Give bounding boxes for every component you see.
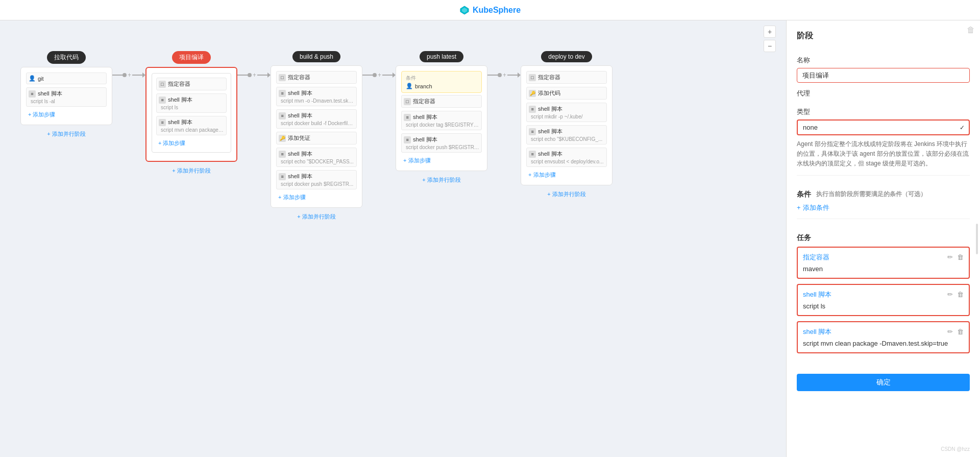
type-select[interactable]: none	[797, 119, 970, 135]
connector-dot-1	[122, 73, 127, 77]
task-header-container-5: □ 指定容器	[529, 74, 604, 81]
condition-content-4: 👤 branch	[406, 83, 477, 89]
add-step-btn-3[interactable]: + 添加步骤	[276, 193, 357, 202]
task-card-value-1: maven	[803, 265, 964, 273]
task-delete-btn-1[interactable]: 🗑	[957, 253, 964, 261]
connector-1: +	[112, 71, 145, 79]
stage-wrapper-3: build & push □ 指定容器 ≡ shell 脚本	[271, 51, 396, 221]
stage-column-1: 拉取代码 👤 git ≡ shell 脚本	[20, 51, 112, 138]
task-item-shell-4b[interactable]: ≡ shell 脚本 script docker push $REGISTRY/…	[401, 133, 482, 153]
task-card-header-3: shell 脚本 ✏ 🗑	[803, 327, 964, 336]
connector-plus-1[interactable]: +	[128, 71, 131, 79]
stage-wrapper-1: 拉取代码 👤 git ≡ shell 脚本	[20, 51, 145, 138]
task-item-shell-1[interactable]: ≡ shell 脚本 script ls -al	[26, 87, 107, 107]
add-parallel-btn-2[interactable]: + 添加并行阶段	[172, 167, 210, 175]
task-header-container-2: □ 指定容器	[159, 80, 224, 88]
shell-icon-2a: ≡	[159, 97, 166, 104]
scroll-indicator	[976, 224, 978, 254]
task-card-actions-3: ✏ 🗑	[947, 328, 964, 335]
container-label-4: 指定容器	[413, 98, 435, 105]
task-edit-btn-1[interactable]: ✏	[947, 253, 953, 261]
shell-script-4b: script docker push $REGISTRY/$...	[404, 145, 479, 150]
task-section-title: 任务	[797, 233, 970, 243]
shell-script-3a: script mvn -o -Dmaven.test.skip=t	[279, 98, 354, 104]
add-parallel-btn-3[interactable]: + 添加并行阶段	[297, 213, 335, 221]
container-icon-3: □	[279, 74, 286, 81]
shell-script-5a: script mkdir -p ~/.kube/	[529, 114, 604, 119]
shell-label-3a: shell 脚本	[288, 89, 312, 97]
task-item-shell-5a[interactable]: ≡ shell 脚本 script mkdir -p ~/.kube/	[526, 103, 607, 122]
task-item-shell-3d[interactable]: ≡ shell 脚本 script docker push $REGISTR..…	[276, 170, 357, 189]
container-label-5: 指定容器	[538, 74, 560, 81]
task-delete-btn-3[interactable]: 🗑	[957, 328, 964, 335]
add-condition-btn[interactable]: + 添加条件	[797, 203, 970, 212]
stage-header-5[interactable]: deploy to dev	[541, 51, 592, 62]
task-item-container-4[interactable]: □ 指定容器	[401, 95, 482, 108]
connector-plus-2[interactable]: +	[253, 71, 256, 79]
task-item-credential-5[interactable]: 🔑 添加代码	[526, 87, 607, 100]
connector-line-4	[487, 75, 498, 76]
connector-line-1	[112, 75, 122, 76]
connector-line-2b	[257, 75, 267, 76]
task-edit-btn-2[interactable]: ✏	[947, 291, 953, 298]
task-item-credential-3[interactable]: 🔑 添加凭证	[276, 132, 357, 145]
zoom-in-btn[interactable]: +	[764, 26, 776, 38]
canvas-toolbar: + −	[764, 26, 776, 52]
panel-delete-btn[interactable]: 🗑	[967, 26, 975, 35]
task-header-shell-4a: ≡ shell 脚本	[404, 113, 479, 121]
stage-header-3[interactable]: build & push	[292, 51, 340, 62]
task-edit-btn-3[interactable]: ✏	[947, 328, 953, 335]
task-item-shell-2a[interactable]: ≡ shell 脚本 script ls	[156, 93, 227, 113]
condition-section-title: 条件 执行当前阶段所需要满足的条件（可选）	[797, 190, 970, 199]
add-parallel-btn-5[interactable]: + 添加并行阶段	[547, 190, 585, 198]
task-header-shell-2b: ≡ shell 脚本	[159, 118, 224, 126]
add-step-btn-5[interactable]: + 添加步骤	[526, 170, 607, 180]
stage-header-2[interactable]: 项目编译	[172, 51, 211, 64]
stage-card-3[interactable]: □ 指定容器 ≡ shell 脚本 script mvn -o -Dmaven.…	[271, 65, 362, 208]
task-card-title-1: 指定容器	[803, 253, 829, 262]
task-header-git: 👤 git	[29, 75, 104, 82]
task-item-container-3[interactable]: □ 指定容器	[276, 71, 357, 84]
task-item-shell-2b[interactable]: ≡ shell 脚本 script mvn clean package -Dma…	[156, 116, 227, 135]
container-icon-5: □	[529, 74, 536, 81]
name-input[interactable]	[797, 68, 970, 83]
stage-card-4[interactable]: 条件 👤 branch □ 指定容器	[396, 65, 487, 171]
add-parallel-btn-1[interactable]: + 添加并行阶段	[47, 130, 85, 138]
task-item-shell-3b[interactable]: ≡ shell 脚本 script docker build -f Docker…	[276, 109, 357, 129]
task-item-git[interactable]: 👤 git	[26, 73, 107, 84]
task-item-shell-5b[interactable]: ≡ shell 脚本 script echo "$KUBECONFIG_...	[526, 125, 607, 145]
shell-script-2a: script ls	[159, 105, 224, 110]
shell-label-4a: shell 脚本	[413, 113, 437, 121]
stage-header-4[interactable]: push latest	[420, 51, 463, 62]
task-item-container-5[interactable]: □ 指定容器	[526, 71, 607, 84]
task-item-shell-3c[interactable]: ≡ shell 脚本 script echo "$DOCKER_PASS...	[276, 148, 357, 167]
condition-title-text: 条件	[797, 190, 811, 199]
task-item-shell-4a[interactable]: ≡ shell 脚本 script docker tag $REGISTRY/$…	[401, 111, 482, 130]
shell-label-2b: shell 脚本	[168, 118, 192, 126]
canvas-area[interactable]: + − 拉取代码 👤 git	[0, 20, 786, 457]
task-item-shell-3a[interactable]: ≡ shell 脚本 script mvn -o -Dmaven.test.sk…	[276, 87, 357, 106]
pipeline-container: 拉取代码 👤 git ≡ shell 脚本	[10, 41, 776, 231]
add-parallel-btn-4[interactable]: + 添加并行阶段	[422, 176, 460, 184]
shell-script-1: script ls -al	[29, 99, 104, 104]
add-step-btn-2[interactable]: + 添加步骤	[156, 138, 227, 148]
add-step-btn-4[interactable]: + 添加步骤	[401, 156, 482, 165]
task-header-shell-3a: ≡ shell 脚本	[279, 89, 354, 97]
task-delete-btn-2[interactable]: 🗑	[957, 291, 964, 298]
confirm-button[interactable]: 确定	[797, 374, 970, 391]
add-step-btn-1[interactable]: + 添加步骤	[26, 110, 107, 119]
stage-header-1[interactable]: 拉取代码	[47, 51, 86, 64]
task-item-container-2[interactable]: □ 指定容器	[156, 78, 227, 90]
stage-card-2[interactable]: □ 指定容器 ≡ shell 脚本 script ls	[145, 67, 237, 162]
connector-plus-4[interactable]: +	[503, 71, 506, 79]
branch-label: branch	[415, 83, 432, 89]
main-area: + − 拉取代码 👤 git	[0, 20, 980, 457]
task-item-shell-5c[interactable]: ≡ shell 脚本 script envsubst < deploy/dev.…	[526, 148, 607, 167]
task-card-1: 指定容器 ✏ 🗑 maven	[797, 247, 970, 279]
stage-wrapper-5: deploy to dev □ 指定容器 🔑 添加代码	[521, 51, 612, 198]
stage-card-5[interactable]: □ 指定容器 🔑 添加代码 ≡	[521, 65, 612, 185]
connector-plus-3[interactable]: +	[378, 71, 381, 79]
stage-card-1[interactable]: 👤 git ≡ shell 脚本 script ls -al + 添加步骤	[20, 67, 112, 125]
zoom-out-btn[interactable]: −	[764, 40, 776, 52]
stage-column-3: build & push □ 指定容器 ≡ shell 脚本	[271, 51, 362, 221]
